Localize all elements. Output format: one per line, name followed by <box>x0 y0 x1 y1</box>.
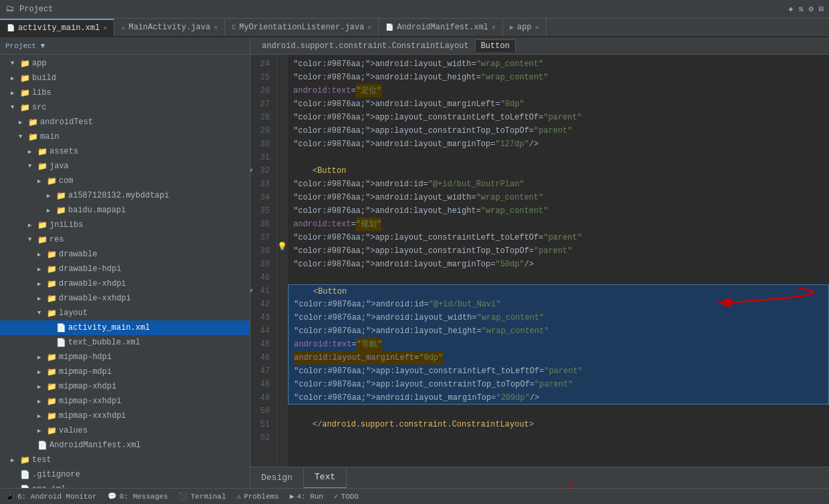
fold-indicator[interactable]: ▼ <box>251 284 253 298</box>
tree-arrow[interactable]: ▼ <box>11 60 19 67</box>
sidebar-tree-item[interactable]: ▶ 📁 mipmap-mdpi <box>0 364 250 379</box>
tree-arrow[interactable]: ▶ <box>37 251 45 258</box>
gutter-line <box>277 121 288 135</box>
line-number: 49 <box>251 391 273 405</box>
line-number: 24 <box>251 57 273 71</box>
code-line: "color:#9876aa;">android:layout_marginTo… <box>288 391 829 405</box>
sidebar-tree-item[interactable]: 📄 .gitignore <box>0 467 250 482</box>
tree-arrow[interactable]: ▼ <box>11 104 19 111</box>
tree-arrow[interactable]: ▶ <box>11 75 19 82</box>
status-messages[interactable]: 💬 0: Messages <box>108 492 168 501</box>
sidebar-tree-item[interactable]: 📄 text_bubble.xml <box>0 335 250 350</box>
status-problems[interactable]: ⚠ Problems <box>236 492 279 501</box>
sidebar-tree-item[interactable]: ▶ 📁 baidu.mapapi <box>0 203 250 218</box>
sidebar-tree-item[interactable]: ▶ 📁 drawable-xhdpi <box>0 276 250 291</box>
sidebar-tree-item[interactable]: ▶ 📁 values <box>0 423 250 438</box>
tree-arrow[interactable]: ▼ <box>19 134 27 140</box>
collapse-icon[interactable]: ⊟ <box>819 4 824 14</box>
breadcrumb-constraintlayout[interactable]: android.support.constraint.ConstraintLay… <box>256 39 475 53</box>
sidebar-tree-item[interactable]: ▶ 📁 mipmap-hdpi <box>0 350 250 364</box>
sidebar-tree-item[interactable]: ▶ 📁 libs <box>0 85 250 100</box>
tree-arrow[interactable]: ▶ <box>47 192 55 200</box>
sidebar-tree-item[interactable]: ▼ 📁 main <box>0 130 250 144</box>
sidebar-tree-item[interactable]: ▶ 📁 drawable <box>0 247 250 262</box>
sidebar-tree-item[interactable]: ▼ 📁 app <box>0 56 250 71</box>
tab-label: MyOrientationListener.java <box>239 23 364 32</box>
tab-label: app <box>517 23 532 32</box>
tree-arrow[interactable]: ▶ <box>19 119 27 126</box>
tree-arrow[interactable]: ▶ <box>47 207 55 214</box>
tab-xml-icon: 📄 <box>7 24 15 32</box>
tab-mainactivity[interactable]: ☕ MainActivity.java ✕ <box>114 19 224 36</box>
tab-close-mainactivity[interactable]: ✕ <box>214 23 218 31</box>
tree-folder-icon: 📁 <box>36 235 48 245</box>
tab-design[interactable]: Design <box>251 467 304 489</box>
tab-close-manifest[interactable]: ✕ <box>492 23 496 31</box>
tree-arrow[interactable]: ▶ <box>37 354 45 361</box>
sync-icon[interactable]: ⇅ <box>798 4 803 14</box>
tab-androidmanifest[interactable]: 📄 AndroidManifest.xml ✕ <box>379 19 503 36</box>
tree-arrow[interactable]: ▶ <box>11 89 19 97</box>
settings-icon[interactable]: ⚙ <box>809 4 814 14</box>
tree-arrow[interactable]: ▶ <box>37 295 45 302</box>
fold-indicator[interactable]: ▼ <box>251 164 253 178</box>
status-todo[interactable]: ✓ TODO <box>334 492 359 501</box>
sidebar-tree-item[interactable]: ▼ 📁 res <box>0 232 250 247</box>
tree-arrow[interactable]: ▶ <box>28 148 36 156</box>
sidebar-tree-item[interactable]: ▶ 📁 build <box>0 71 250 85</box>
status-run[interactable]: ▶ 4: Run <box>290 492 323 501</box>
tab-app[interactable]: ▶ app ✕ <box>503 19 546 36</box>
sidebar-tree-item[interactable]: ▶ 📁 mipmap-xhdpi <box>0 379 250 394</box>
sidebar-tree-item[interactable]: ▶ 📁 assets <box>0 144 250 159</box>
breadcrumb-button[interactable]: Button <box>475 39 516 52</box>
tree-arrow[interactable]: ▶ <box>37 368 45 376</box>
tree-arrow[interactable]: ▶ <box>37 280 45 288</box>
tab-myorientation[interactable]: C MyOrientationListener.java ✕ <box>225 19 379 36</box>
sidebar-tree-item[interactable]: 📄 AndroidManifest.xml <box>0 438 250 453</box>
tree-arrow[interactable]: ▼ <box>28 236 36 243</box>
tab-activity-main[interactable]: 📄 activity_main.xml ✕ <box>0 19 114 36</box>
tab-close-activity-main[interactable]: ✕ <box>103 24 107 32</box>
sidebar-tree-item[interactable]: ▶ 📁 mipmap-xxxhdpi <box>0 409 250 423</box>
status-terminal[interactable]: ⬛ Terminal <box>178 492 226 501</box>
sidebar-tree-item[interactable]: ▶ 📁 androidTest <box>0 115 250 130</box>
sidebar-tree-item[interactable]: ▶ 📁 jniLibs <box>0 218 250 232</box>
sidebar-tree[interactable]: ▼ 📁 app ▶ 📁 build ▶ 📁 libs ▼ 📁 src ▶ 📁 a… <box>0 55 250 488</box>
tab-text[interactable]: Text <box>304 467 347 489</box>
lightbulb-icon[interactable]: 💡 <box>277 242 287 252</box>
sidebar-tree-item[interactable]: ▼ 📁 layout <box>0 306 250 320</box>
code-editor[interactable]: 242526272829303132▼333435363738394041▼42… <box>251 55 829 467</box>
tree-arrow[interactable]: ▶ <box>37 178 45 185</box>
tree-arrow[interactable]: ▶ <box>37 383 45 391</box>
code-line: "color:#9876aa;">android:id="@+id/but_Na… <box>288 298 829 311</box>
tab-close-app[interactable]: ✕ <box>535 23 539 31</box>
sidebar-tree-item[interactable]: ▶ 📁 test <box>0 453 250 467</box>
tree-item-label: java <box>49 162 69 171</box>
sidebar-tree-item[interactable]: 📄 app.iml <box>0 482 250 488</box>
tree-arrow[interactable]: ▼ <box>37 310 45 316</box>
tree-arrow[interactable]: ▶ <box>37 413 45 420</box>
sidebar-tree-item[interactable]: ▼ 📁 java <box>0 159 250 174</box>
sidebar-tree-item[interactable]: ▶ 📁 com <box>0 174 250 188</box>
tree-arrow[interactable]: ▼ <box>28 163 36 170</box>
tree-arrow[interactable]: ▶ <box>11 457 19 464</box>
top-bar-title: Project <box>19 5 53 14</box>
status-android-monitor[interactable]: 📱 6: Android Monitor <box>5 492 97 501</box>
tree-arrow[interactable]: ▶ <box>28 222 36 229</box>
sidebar-tree-item[interactable]: ▶ 📁 drawable-hdpi <box>0 262 250 276</box>
sidebar-tree-item[interactable]: 📄 activity_main.xml <box>0 320 250 335</box>
tree-arrow[interactable]: ▶ <box>37 427 45 435</box>
sidebar-header: Project ▼ <box>0 37 250 55</box>
tree-arrow[interactable]: ▶ <box>37 398 45 405</box>
tree-arrow[interactable]: ▶ <box>37 266 45 273</box>
line-number: 39 <box>251 258 273 271</box>
sidebar-tree-item[interactable]: ▶ 📁 mipmap-xxhdpi <box>0 394 250 409</box>
sidebar-tree-item[interactable]: ▶ 📁 drawable-xxhdpi <box>0 291 250 306</box>
add-icon[interactable]: ✚ <box>788 4 793 14</box>
sidebar-tree-item[interactable]: ▶ 📁 a1587128132.mybddtapi <box>0 188 250 203</box>
sidebar-tree-item[interactable]: ▼ 📁 src <box>0 100 250 115</box>
tab-close-myorientation[interactable]: ✕ <box>367 23 371 31</box>
tree-folder-icon: 📄 <box>55 323 67 333</box>
tree-item-label: drawable <box>59 250 98 259</box>
tab-bar: 📄 activity_main.xml ✕ ☕ MainActivity.jav… <box>0 19 829 37</box>
